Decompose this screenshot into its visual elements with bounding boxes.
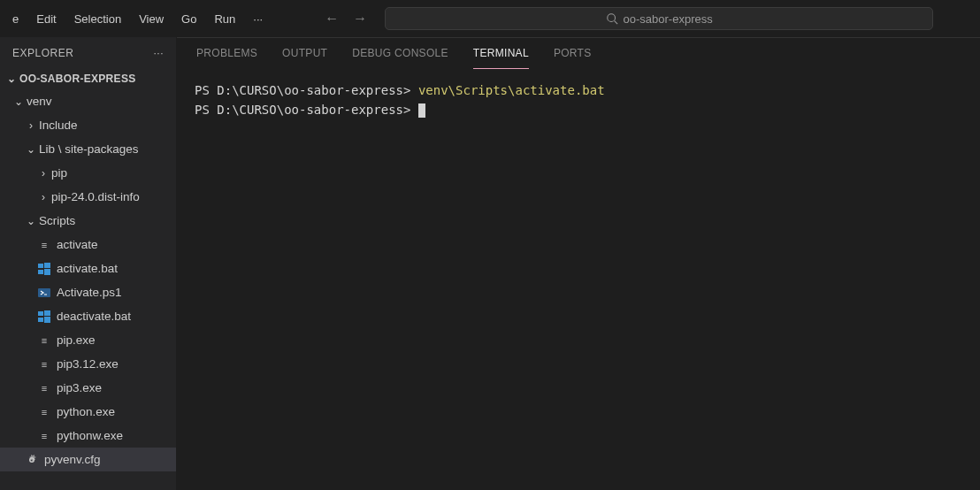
svg-rect-2 [38,264,43,268]
terminal-cursor [418,103,425,118]
svg-rect-3 [44,263,50,268]
explorer-more-icon[interactable]: ··· [153,47,164,59]
svg-rect-4 [38,270,43,274]
tree-folder-pipdist[interactable]: › pip-24.0.dist-info [0,185,176,209]
svg-rect-8 [44,310,50,316]
tree-label: pyvenv.cfg [44,453,101,466]
tree-label: python.exe [57,405,115,418]
tree-file-pythonw-exe[interactable]: ≡ pythonw.exe [0,424,176,448]
nav-back-icon[interactable]: ← [325,11,339,27]
file-icon: ≡ [37,381,51,395]
svg-rect-5 [44,269,50,275]
search-placeholder: oo-sabor-express [624,12,713,26]
tab-ports[interactable]: PORTS [554,38,592,68]
tree-label: pip3.12.exe [57,357,119,371]
search-icon [606,12,618,25]
panel-tabs: PROBLEMS OUTPUT DEBUG CONSOLE TERMINAL P… [177,37,980,69]
tab-debug-console[interactable]: DEBUG CONSOLE [352,38,448,68]
svg-line-1 [614,21,617,25]
tree-label: Activate.ps1 [57,286,122,299]
tree-file-pip3-exe[interactable]: ≡ pip3.exe [0,376,176,400]
terminal-prompt: PS D:\CURSO\oo-sabor-express> [195,103,418,117]
file-icon: ≡ [37,357,51,371]
tree-label: Scripts [39,214,75,227]
menu-edit[interactable]: Edit [27,7,65,31]
tab-problems[interactable]: PROBLEMS [196,38,257,68]
chevron-right-icon: › [25,119,37,132]
tree-folder-pip[interactable]: › pip [0,161,176,185]
terminal-line: PS D:\CURSO\oo-sabor-express> venv\Scrip… [195,81,962,101]
file-icon: ≡ [37,333,51,348]
tree-folder-include[interactable]: › Include [0,113,176,137]
gear-icon [25,453,39,467]
explorer-title: EXPLORER [12,47,73,59]
tree-label: activate [57,238,98,251]
file-icon: ≡ [37,405,51,419]
tree-file-activate-ps1[interactable]: Activate.ps1 [0,280,176,304]
tree-file-pip312-exe[interactable]: ≡ pip3.12.exe [0,352,176,376]
windows-icon [37,262,51,276]
tree-label: pip [51,166,67,180]
terminal-command: venv\Scripts\activate.bat [418,83,605,97]
chevron-down-icon: ⌄ [12,96,25,108]
tree-folder-scripts[interactable]: ⌄ Scripts [0,209,176,233]
terminal-prompt: PS D:\CURSO\oo-sabor-express> [195,83,418,97]
tree-label: venv [27,95,52,108]
menu-view[interactable]: View [130,7,172,31]
sidebar: EXPLORER ··· ⌄ OO-SABOR-EXPRESS ⌄ venv ›… [0,37,177,490]
tree-label: deactivate.bat [57,310,131,323]
tree-file-deactivate-bat[interactable]: deactivate.bat [0,304,176,328]
file-tree: ⌄ venv › Include ⌄ Lib \ site-packages ›… [0,89,176,490]
tree-file-python-exe[interactable]: ≡ python.exe [0,400,176,424]
menu-selection[interactable]: Selection [65,7,130,31]
svg-rect-10 [44,317,50,323]
svg-rect-9 [38,318,43,322]
tree-file-activate[interactable]: ≡ activate [0,233,176,256]
tree-label: pythonw.exe [57,429,123,442]
menu-file-partial[interactable]: e [4,7,27,31]
tree-label: activate.bat [57,262,118,275]
svg-point-0 [607,14,615,22]
project-name: OO-SABOR-EXPRESS [19,73,136,85]
tree-file-pip-exe[interactable]: ≡ pip.exe [0,328,176,352]
tree-label: pip.exe [57,333,96,347]
tab-output[interactable]: OUTPUT [282,38,327,68]
editor-panel: PROBLEMS OUTPUT DEBUG CONSOLE TERMINAL P… [177,37,980,490]
menu-go[interactable]: Go [172,7,205,31]
tree-folder-lib[interactable]: ⌄ Lib \ site-packages [0,137,176,161]
menu-more[interactable]: ··· [244,7,272,31]
windows-icon [37,310,51,324]
tree-file-activate-bat[interactable]: activate.bat [0,256,176,280]
terminal-line: PS D:\CURSO\oo-sabor-express> [195,101,962,120]
chevron-right-icon: › [37,191,50,203]
menu-run[interactable]: Run [205,7,244,31]
tab-terminal[interactable]: TERMINAL [473,38,529,69]
chevron-down-icon: ⌄ [25,215,37,227]
terminal[interactable]: PS D:\CURSO\oo-sabor-express> venv\Scrip… [177,69,980,490]
tree-label: pip3.exe [57,381,102,394]
chevron-right-icon: › [37,167,50,180]
chevron-down-icon: ⌄ [25,143,37,156]
tree-folder-venv[interactable]: ⌄ venv [0,89,176,113]
tree-label: Lib \ site-packages [39,142,139,156]
tree-label: Include [39,119,78,132]
chevron-down-icon: ⌄ [5,73,18,85]
project-header[interactable]: ⌄ OO-SABOR-EXPRESS [0,68,176,89]
command-search[interactable]: oo-sabor-express [385,7,933,30]
svg-rect-7 [38,311,43,316]
tree-label: pip-24.0.dist-info [51,190,140,203]
powershell-icon [37,286,51,300]
file-icon: ≡ [37,429,51,443]
menubar: e Edit Selection View Go Run ··· ← → oo-… [0,0,980,37]
file-icon: ≡ [37,238,51,252]
nav-forward-icon[interactable]: → [353,11,367,27]
tree-file-pyvenv-cfg[interactable]: pyvenv.cfg [0,448,176,471]
